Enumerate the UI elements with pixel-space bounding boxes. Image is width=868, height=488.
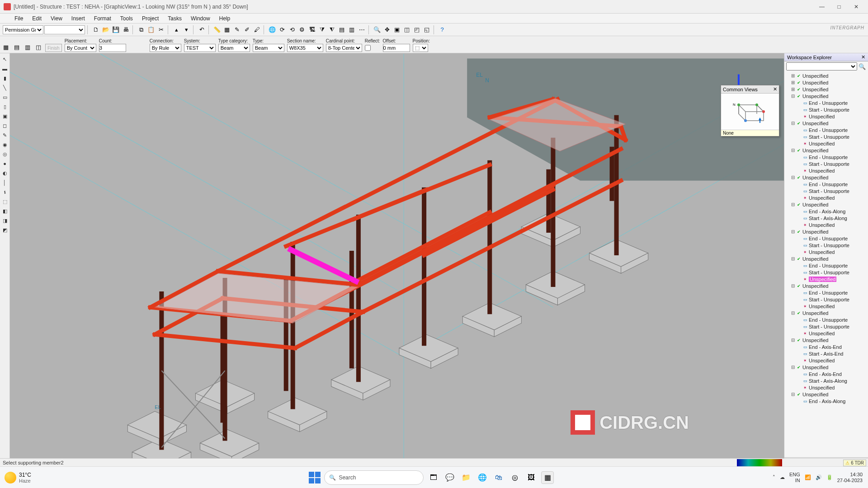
tray-wifi-icon[interactable]: 📶 (805, 474, 811, 480)
grid-icon[interactable]: ▦ (222, 25, 231, 34)
lt-opening-icon[interactable]: ◻ (1, 122, 9, 130)
print-icon[interactable]: 🖶 (121, 25, 130, 34)
save-icon[interactable]: 💾 (111, 25, 120, 34)
taskbar-search[interactable]: 🔍 Search (324, 470, 424, 485)
layers2-icon[interactable]: ▥ (347, 25, 356, 34)
tree-child[interactable]: ▭Start - Unsupporte (785, 242, 868, 249)
tree-child[interactable]: ▭End - Unsupporte (785, 235, 868, 242)
tray-battery-icon[interactable]: 🔋 (826, 474, 833, 480)
tree-child[interactable]: ✶Unspecified (785, 330, 868, 337)
tree-group[interactable]: ⊟✔Unspecified (785, 282, 868, 289)
tree-child[interactable]: ✶Unspecified (785, 221, 868, 228)
count-input[interactable] (99, 44, 126, 52)
taskbar-app-explorer[interactable]: 📁 (460, 471, 472, 484)
window2-icon[interactable]: ◰ (412, 25, 421, 34)
lt-line-icon[interactable]: │ (1, 178, 9, 187)
lt-sphere2-icon[interactable]: ◎ (1, 150, 9, 158)
tree-child[interactable]: ▭End - Axis-End (785, 343, 868, 350)
menu-project[interactable]: Project (137, 14, 163, 23)
tree-child[interactable]: ▭End - Unsupporte (785, 181, 868, 188)
permission-sub-select[interactable] (44, 25, 85, 34)
tree-child[interactable]: ▭End - Unsupporte (785, 127, 868, 133)
layers-icon[interactable]: ▤ (337, 25, 346, 34)
tree-child[interactable]: ▭Start - Unsupporte (785, 323, 868, 330)
typecat-select[interactable]: Beam (218, 44, 250, 52)
filter2-icon[interactable]: ⧨ (327, 25, 336, 34)
lt-beam-icon[interactable]: ▬ (1, 65, 9, 73)
viewport-3d[interactable]: EL N EL CIDRG.CN (10, 53, 784, 466)
help-icon[interactable]: ? (438, 25, 447, 34)
menu-tasks[interactable]: Tasks (163, 14, 186, 23)
tree-child[interactable]: ▭End - Unsupporte (785, 99, 868, 106)
tree-group[interactable]: ⊞✔Unspecified (785, 72, 868, 79)
pan-icon[interactable]: ✥ (382, 25, 392, 34)
menu-insert[interactable]: Insert (67, 14, 90, 23)
tree-group[interactable]: ⊟✔Unspecified (785, 255, 868, 262)
paste-icon[interactable]: 📋 (146, 25, 156, 34)
taskbar-app-edge[interactable]: 🌐 (476, 471, 489, 484)
tree-group[interactable]: ⊟✔Unspecified (785, 93, 868, 99)
menu-format[interactable]: Format (90, 14, 116, 23)
explorer-filter-select[interactable] (786, 62, 857, 70)
lt-misc1-icon[interactable]: ◧ (1, 207, 9, 215)
lt-sphere-icon[interactable]: ◉ (1, 141, 9, 149)
fit-icon[interactable]: ▣ (392, 25, 401, 34)
taskbar-app-pic[interactable]: 🖼 (525, 471, 538, 484)
tree-child[interactable]: ✶Unspecified (785, 384, 868, 391)
taskbar-weather[interactable]: 31°C Haze (0, 472, 90, 483)
lt-misc3-icon[interactable]: ◩ (1, 226, 9, 234)
tree-child[interactable]: ▭End - Unsupporte (785, 262, 868, 269)
tree-child[interactable]: ▭Start - Unsupporte (785, 296, 868, 303)
placement-select[interactable]: By Count (65, 44, 96, 52)
nav-up-icon[interactable]: ▴ (172, 25, 181, 34)
r2-icon-1[interactable]: ▦ (2, 43, 10, 51)
edit-icon[interactable]: ✎ (232, 25, 241, 34)
r2-icon-3[interactable]: ▥ (24, 43, 32, 51)
tree-child[interactable]: ▭End - Unsupporte (785, 316, 868, 323)
structure-icon[interactable]: 🏗 (307, 25, 316, 34)
taskbar-app-taskview[interactable]: 🗔 (427, 471, 440, 484)
tree-child[interactable]: ▭End - Axis-Along (785, 398, 868, 404)
tree-child[interactable]: ✶Unspecified (785, 113, 868, 120)
lt-column-icon[interactable]: ▮ (1, 74, 9, 82)
taskbar-app-chrome[interactable]: ◎ (509, 471, 521, 484)
tree-group[interactable]: ⊟✔Unspecified (785, 228, 868, 235)
explorer-close-icon[interactable]: ✕ (861, 54, 865, 60)
lt-sphere3-icon[interactable]: ● (1, 160, 9, 168)
open-icon[interactable]: 📂 (101, 25, 110, 34)
lt-pencil-icon[interactable]: ✎ (1, 131, 9, 139)
tree-group[interactable]: ⊞✔Unspecified (785, 86, 868, 93)
minimize-button[interactable]: — (814, 2, 830, 12)
tree-child[interactable]: ✶Unspecified (785, 357, 868, 364)
reflect-checkbox[interactable] (365, 44, 371, 52)
tree-child[interactable]: ▭End - Axis-Along (785, 208, 868, 215)
brush-icon[interactable]: 🖊 (252, 25, 261, 34)
tree-child[interactable]: ▭End - Unsupporte (785, 154, 868, 160)
tree-child[interactable]: ✶Unspecified (785, 303, 868, 310)
lt-wall-icon[interactable]: ▯ (1, 103, 9, 111)
tdr-indicator[interactable]: ⚠6 TDR (843, 460, 866, 466)
filter-icon[interactable]: ⧩ (317, 25, 326, 34)
measure-icon[interactable]: 📏 (212, 25, 222, 34)
menu-help[interactable]: Help (215, 14, 235, 23)
tree-group[interactable]: ⊟✔Unspecified (785, 310, 868, 316)
taskbar-app-sp3d[interactable]: ▦ (541, 471, 554, 484)
common-views-panel[interactable]: Common Views ✕ N None (721, 85, 779, 136)
tree-child[interactable]: ▭Start - Unsupporte (785, 188, 868, 194)
tree-group[interactable]: ⊟✔Unspecified (785, 337, 868, 343)
section-select[interactable]: W8X35 (287, 44, 323, 52)
tree-group[interactable]: ⊟✔Unspecified (785, 147, 868, 154)
r2-icon-4[interactable]: ◫ (34, 43, 42, 51)
tree-child[interactable]: ✶Unspecified (785, 167, 868, 174)
tree-child[interactable]: ✶Unspecified (785, 194, 868, 201)
new-icon[interactable]: 🗋 (91, 25, 100, 34)
offset-input[interactable] (383, 44, 410, 52)
menu-view[interactable]: View (46, 14, 67, 23)
tree-child[interactable]: ✶Unspecified (785, 249, 868, 255)
system-select[interactable]: TEST (184, 44, 216, 52)
copy-icon[interactable]: ⧉ (137, 25, 146, 34)
tree-child[interactable]: ✶Unspecified (785, 276, 868, 282)
tree-group[interactable]: ⊟✔Unspecified (785, 364, 868, 371)
explorer-filter-icon[interactable]: 🔍 (858, 62, 866, 70)
tree-child[interactable]: ▭Start - Axis-End (785, 350, 868, 357)
